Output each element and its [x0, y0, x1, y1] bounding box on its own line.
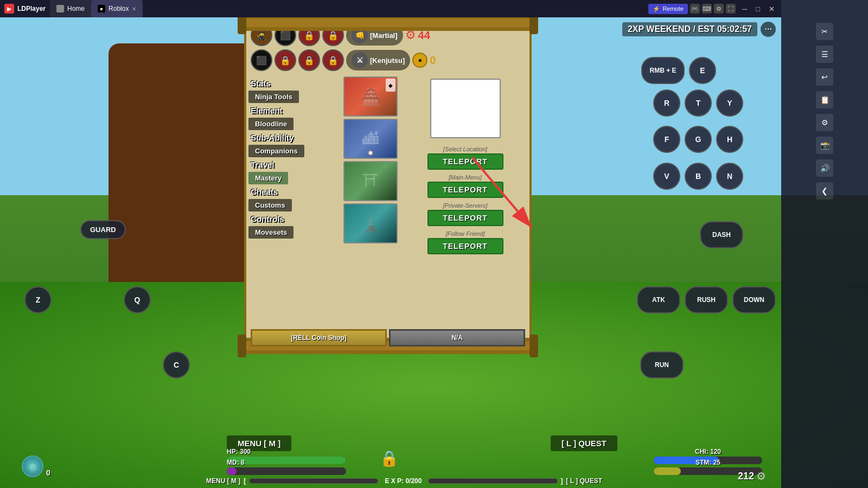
ninja-tools-item[interactable]: Ninja Tools [248, 91, 299, 103]
banner-menu-btn[interactable]: ⋯ [761, 22, 776, 37]
rmbe-key[interactable]: RMB + E [641, 57, 685, 84]
menu-section-customs[interactable]: Customs [246, 198, 341, 212]
menu-section-movesets[interactable]: Movesets [246, 226, 341, 239]
rs-icon-7[interactable]: 🔊 [816, 159, 833, 177]
location-thumb-4[interactable]: 🗼 [343, 203, 398, 243]
chi-ball: ◎ [22, 455, 43, 477]
rs-icon-6[interactable]: 📸 [816, 137, 833, 154]
md-bar-bg [227, 467, 346, 475]
maximize-btn[interactable]: □ [754, 4, 762, 14]
dash-label: DASH [712, 231, 731, 239]
movesets-item[interactable]: Movesets [248, 226, 293, 239]
teleport-btn-private[interactable]: TELEPORT [427, 210, 503, 226]
game-panel: 🥷 ⬛ 🔒 🔒 👊 [Martial] ⚙ 44 ⬛ 🔒 🔒 🔒 ⚔ [Kenj… [244, 19, 532, 350]
exp-bar-container-2 [428, 478, 557, 484]
teleport-btn-select[interactable]: TELEPORT [427, 153, 503, 170]
remote-button[interactable]: ⚡ Remote [648, 4, 688, 14]
rs-icon-2[interactable]: ☰ [816, 46, 833, 63]
scroll-roller-top [240, 18, 536, 27]
rell-coin-shop-btn[interactable]: [RELL Coin Shop] [251, 329, 387, 346]
location-preview [430, 79, 501, 138]
t-key[interactable]: T [685, 89, 712, 117]
xp-banner: 2XP WEEKEND / EST 05:02:57 ⋯ [622, 22, 776, 37]
location-thumb-2[interactable]: 🏙 [343, 119, 398, 159]
settings-icon-top[interactable]: ⚙ [714, 4, 724, 14]
v-key[interactable]: V [653, 163, 680, 190]
location-thumb-3[interactable]: ⛩ [343, 161, 398, 201]
rell-coin-label: [RELL Coin Shop] [291, 334, 346, 342]
run-key[interactable]: RUN [640, 351, 684, 378]
teleport-btn-main[interactable]: TELEPORT [427, 182, 503, 198]
n-key[interactable]: N [716, 163, 743, 190]
menu-section-bloodline[interactable]: Bloodline [246, 117, 341, 131]
gear-icon-bottom[interactable]: ⚙ [756, 470, 766, 483]
tab-roblox[interactable]: ■ Roblox ✕ [91, 0, 143, 17]
teleport-btn-friend[interactable]: TELEPORT [427, 238, 503, 254]
remote-icon: ⚡ [653, 5, 660, 12]
na-btn[interactable]: N/A [389, 329, 525, 346]
gamepad-icon[interactable]: 🎮 [690, 4, 700, 14]
rs-icon-5[interactable]: ⚙ [816, 114, 833, 131]
tab-close-btn[interactable]: ✕ [132, 6, 136, 12]
menu-section-ninja-tools[interactable]: Ninja Tools [246, 90, 341, 104]
quest-bottom-label: [ L ] QUEST [566, 477, 602, 485]
guard-key[interactable]: GUARD [80, 220, 126, 239]
rs-icon-3[interactable]: ↩ [816, 68, 833, 86]
sub-ability-title: Sub-Ability [246, 132, 298, 143]
ldplayer-topbar: ▶ LDPlayer Home ■ Roblox ✕ ⚡ Remote 🎮 ⌨ … [0, 0, 781, 17]
e-key[interactable]: E [689, 57, 716, 84]
dash-key[interactable]: DASH [700, 221, 743, 248]
skill-row-2: ⬛ 🔒 🔒 🔒 ⚔ [Kenjutsu] ● 0 [246, 48, 529, 74]
rs-icon-4[interactable]: 📋 [816, 91, 833, 108]
exp-bracket-right: ] [561, 477, 563, 485]
keyboard-icon[interactable]: ⌨ [702, 4, 712, 14]
rush-key[interactable]: RUSH [685, 286, 728, 313]
scroll-cap-br [529, 335, 538, 357]
location-thumb-1[interactable]: 🏯 ◆ [343, 76, 398, 117]
right-sidebar: ✂ ☰ ↩ 📋 ⚙ 📸 🔊 ❮ [781, 0, 868, 488]
ldplayer-name: LDPlayer [17, 5, 46, 12]
companions-item[interactable]: Companions [248, 145, 304, 157]
y-key[interactable]: Y [716, 89, 743, 117]
q-key[interactable]: Q [124, 286, 151, 313]
menu-section-sub-ability: Sub-Ability [246, 132, 341, 143]
r-key[interactable]: R [653, 89, 680, 117]
teleport-group-private: [Private-Servers] TELEPORT [405, 202, 525, 226]
c-key[interactable]: C [163, 351, 190, 378]
stats-title: Stats [246, 78, 275, 89]
minimize-btn[interactable]: ─ [740, 4, 749, 14]
z-key[interactable]: Z [24, 286, 52, 313]
f-key[interactable]: F [653, 126, 680, 153]
g-key[interactable]: G [685, 126, 712, 153]
mastery-item[interactable]: Mastery [248, 172, 288, 184]
close-btn[interactable]: ✕ [767, 4, 777, 14]
level-number: 212 [738, 471, 754, 482]
rs-icon-1[interactable]: ✂ [816, 23, 833, 40]
skill-icon-5[interactable]: ⬛ [251, 49, 272, 71]
teleport-panel: [Select Location] TELEPORT [Main-Menu] T… [401, 74, 529, 341]
level-area: 212 ⚙ [738, 470, 766, 483]
tab-home[interactable]: Home [50, 0, 91, 17]
h-key[interactable]: H [716, 126, 743, 153]
exp-value-label: E X P: 0/200 [381, 477, 425, 485]
customs-item[interactable]: Customs [248, 199, 292, 211]
e-label: E [700, 66, 705, 75]
bloodline-item[interactable]: Bloodline [248, 118, 293, 130]
selected-indicator [368, 150, 373, 156]
rs-icon-8[interactable]: ❮ [816, 182, 833, 200]
menu-section-element: Element [246, 105, 341, 116]
quest-label-btn[interactable]: [ L ] QUEST [551, 435, 617, 451]
fullscreen-icon[interactable]: ⛶ [726, 4, 736, 14]
menu-section-companions[interactable]: Companions [246, 144, 341, 158]
b-key[interactable]: B [685, 163, 712, 190]
kenjutsu-skill[interactable]: ⚔ [Kenjutsu] [346, 50, 410, 70]
kenjutsu-num: 0 [430, 54, 436, 67]
location-image-list[interactable]: 🏯 ◆ 🏙 ⛩ 🗼 [341, 74, 401, 341]
skill-icon-7: 🔒 [298, 49, 320, 71]
atk-key[interactable]: ATK [637, 286, 680, 313]
down-key[interactable]: DOWN [732, 286, 776, 313]
md-label: MD: 8 [227, 459, 346, 466]
exp-bracket-left: [ [244, 477, 246, 485]
thumb-cyan-bg: 🗼 [344, 204, 397, 242]
menu-section-mastery[interactable]: Mastery [246, 171, 341, 185]
